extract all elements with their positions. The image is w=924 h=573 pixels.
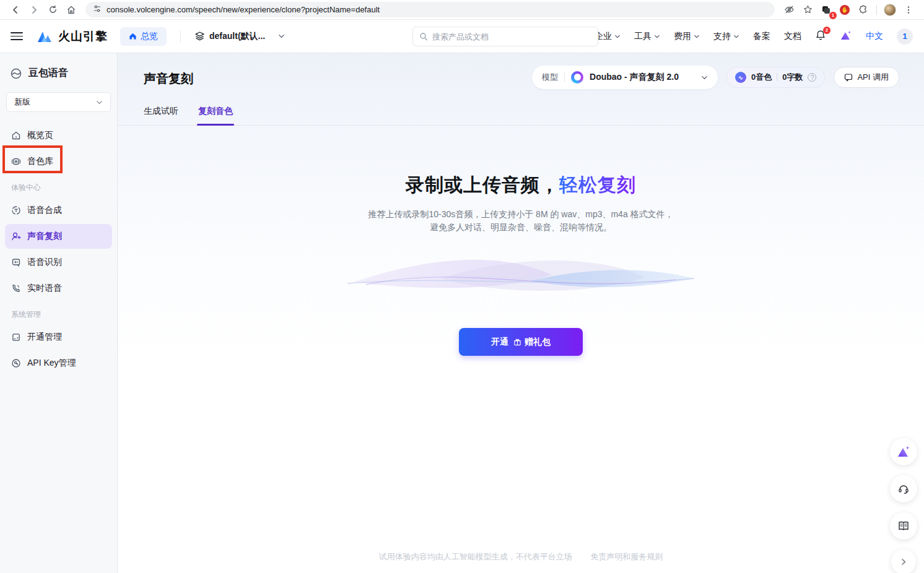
notification-badge: 2 [823, 27, 830, 34]
chrome-menu-icon[interactable] [900, 2, 917, 18]
hero-desc-line1: 推荐上传或录制10-30s音频，上传支持小于 8M 的 wav、mp3、m4a … [118, 208, 924, 221]
hero-description: 推荐上传或录制10-30s音频，上传支持小于 8M 的 wav、mp3、m4a … [118, 208, 924, 234]
quota-wave-icon: ∿ [735, 72, 746, 83]
home-icon[interactable] [63, 2, 79, 18]
sidebar-item-asr[interactable]: 语音识别 [5, 250, 112, 275]
console-topbar: 火山引擎 总览 default(默认... 企业 工具 费用 支持 备案 文 [0, 20, 924, 53]
nav-menu-icon[interactable] [7, 27, 26, 46]
nav-menu-support[interactable]: 支持 [713, 31, 739, 42]
language-switch[interactable]: 中文 [866, 31, 883, 42]
forward-icon[interactable] [26, 2, 42, 18]
project-selector[interactable]: default(默认... [194, 31, 285, 42]
api-call-button[interactable]: API 调用 [834, 67, 899, 88]
project-name: default(默认... [209, 31, 265, 42]
chevron-down-icon [701, 74, 708, 81]
extensions-puzzle-icon[interactable] [855, 2, 871, 18]
sidebar-item-overview[interactable]: 概览页 [5, 123, 112, 148]
chevron-down-icon [614, 33, 621, 40]
gift-package: 赠礼包 [513, 337, 551, 348]
footer-disclaimer: 试用体验内容均由人工智能模型生成，不代表平台立场 [379, 552, 572, 561]
site-settings-icon[interactable] [93, 4, 102, 15]
sidebar-item-api-key[interactable]: API Key管理 [5, 351, 112, 376]
nav-menu-enterprise[interactable]: 企业 [595, 31, 621, 42]
chevron-down-icon [654, 33, 660, 40]
eye-off-icon[interactable] [781, 2, 797, 18]
gift-icon [513, 338, 521, 346]
char-quota: 0字数 [782, 72, 803, 83]
voice-library-icon [11, 157, 21, 166]
activate-button[interactable]: 开通 赠礼包 [459, 328, 583, 356]
product-header: 豆包语音 [5, 62, 112, 90]
usage-quota-pill[interactable]: ∿ 0音色 0字数 ? [726, 67, 825, 88]
address-bar[interactable]: console.volcengine.com/speech/new/experi… [85, 2, 775, 17]
url-text: console.volcengine.com/speech/new/experi… [107, 5, 380, 14]
nav-menu-tools[interactable]: 工具 [634, 31, 660, 42]
speech-recognition-icon [11, 257, 21, 267]
tab-bar: 生成试听 复刻音色 [118, 106, 924, 126]
extension-icon-notes[interactable]: 1 [818, 2, 834, 18]
global-search[interactable] [412, 27, 598, 46]
sidebar-item-activation[interactable]: 开通管理 [5, 325, 112, 350]
hero-title: 录制或上传音频，轻松复刻 [118, 173, 924, 198]
api-chat-icon [844, 73, 853, 82]
api-key-icon [11, 358, 21, 368]
support-float-button[interactable] [890, 475, 917, 502]
docs-float-button[interactable] [890, 512, 917, 540]
sidebar-item-tts[interactable]: 语音合成 [5, 198, 112, 223]
chrome-divider [876, 5, 877, 15]
voice-quota: 0音色 [751, 72, 772, 83]
open-book-icon [897, 520, 910, 532]
hero-desc-line2: 避免多人对话、明显杂音、噪音、混响等情况。 [118, 221, 924, 234]
tab-clone-voice[interactable]: 复刻音色 [198, 106, 233, 125]
layers-icon [194, 31, 205, 41]
notifications-button[interactable]: 2 [815, 30, 826, 43]
page-footer: 试用体验内容均由人工智能模型生成，不代表平台立场 免责声明和服务规则 [118, 551, 924, 562]
chevron-down-icon [694, 33, 700, 40]
ai-assistant-icon[interactable] [840, 30, 852, 43]
sidebar: 豆包语音 新版 概览页 音色库 体验中心 语音合成 声音复刻 语音识别 [0, 53, 118, 573]
sidebar-item-voice-library[interactable]: 音色库 [5, 149, 112, 174]
model-selector[interactable]: 模型 Doubao - 声音复刻 2.0 [532, 66, 718, 89]
nav-divider [180, 30, 181, 43]
back-icon[interactable] [7, 2, 24, 18]
model-toolbar: 模型 Doubao - 声音复刻 2.0 ∿ 0音色 0字数 ? API 调用 [532, 66, 899, 89]
chevron-down-icon [278, 33, 285, 40]
product-name: 豆包语音 [28, 67, 68, 80]
chevron-right-icon [900, 558, 907, 566]
footer-terms-link[interactable]: 免责声明和服务规则 [590, 552, 663, 561]
bookmark-star-icon[interactable] [800, 2, 816, 18]
search-input[interactable] [432, 32, 581, 41]
ai-assistant-float-button[interactable] [890, 438, 917, 465]
hero-section: 录制或上传音频，轻松复刻 推荐上传或录制10-30s音频，上传支持小于 8M 的… [118, 173, 924, 356]
nav-menu-icp[interactable]: 备案 [753, 31, 770, 42]
volcengine-logo[interactable]: 火山引擎 [37, 28, 108, 45]
extension-icon-blocker[interactable]: ✋ [837, 2, 853, 18]
tab-generate-audition[interactable]: 生成试听 [144, 106, 178, 125]
chevron-down-icon [96, 99, 103, 106]
profile-avatar[interactable] [882, 2, 898, 18]
sidebar-item-voice-clone[interactable]: 声音复刻 [5, 224, 112, 249]
floating-toolbar [890, 438, 917, 573]
nav-menu-docs[interactable]: 文档 [784, 31, 801, 42]
sidebar-section-system: 系统管理 [5, 302, 112, 324]
realtime-voice-icon [11, 283, 21, 293]
model-label: 模型 [542, 72, 558, 83]
voice-clone-icon [11, 231, 21, 241]
collapse-float-button[interactable] [891, 549, 916, 573]
help-icon[interactable]: ? [808, 73, 816, 82]
search-icon [419, 32, 428, 41]
headset-icon [897, 483, 910, 495]
sidebar-item-realtime-voice[interactable]: 实时语音 [5, 276, 112, 301]
activate-label: 开通 [491, 337, 508, 348]
version-selector[interactable]: 新版 [6, 92, 111, 112]
hero-title-plain: 录制或上传音频， [406, 174, 559, 195]
ai-mountain-icon [896, 445, 911, 459]
account-avatar[interactable]: 1 [897, 28, 913, 45]
reload-icon[interactable] [45, 2, 61, 18]
nav-menu-billing[interactable]: 费用 [674, 31, 700, 42]
sidebar-section-experience: 体验中心 [5, 175, 112, 197]
extension-badge: 1 [829, 12, 837, 19]
model-value: Doubao - 声音复刻 2.0 [590, 72, 679, 83]
overview-nav-pill[interactable]: 总览 [120, 27, 167, 46]
brand-name: 火山引擎 [58, 28, 108, 45]
